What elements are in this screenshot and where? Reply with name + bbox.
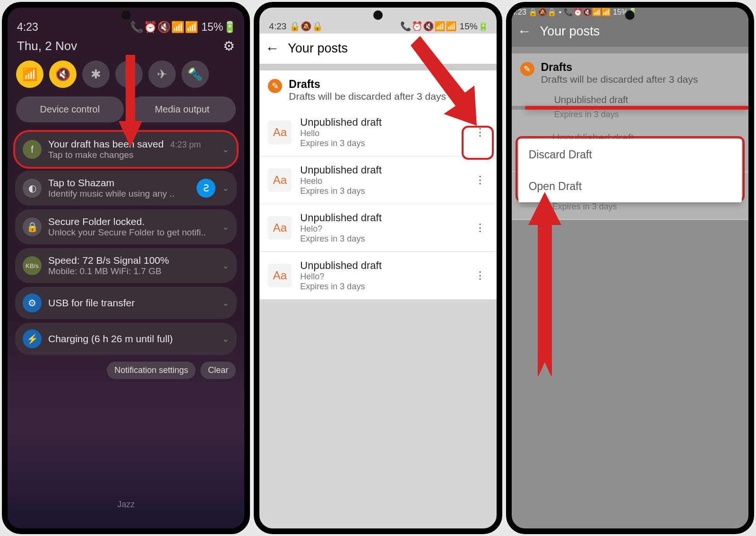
notification-speed[interactable]: KB/s Speed: 72 B/s Signal 100% Mobile: 0… bbox=[15, 248, 237, 283]
draft-subtitle: Heelo bbox=[300, 176, 460, 186]
clear-button[interactable]: Clear bbox=[200, 362, 236, 379]
draft-subtitle: Helo? bbox=[300, 224, 460, 234]
draft-expires: Expires in 3 days bbox=[300, 282, 460, 292]
text-icon: Aa bbox=[268, 168, 292, 192]
screen-2-your-posts: 4:23 🔒🔕🔒 📞⏰🔇📶📶 15%🔋 ← Your posts ✎ Draft… bbox=[254, 2, 502, 534]
draft-expires: Expires in 3 days bbox=[300, 138, 460, 148]
chevron-down-icon[interactable]: ⌄ bbox=[222, 260, 229, 271]
popup-highlight bbox=[525, 106, 748, 110]
notification-secure-folder[interactable]: 🔒 Secure Folder locked. Unlock your Secu… bbox=[15, 209, 237, 244]
notification-subtitle: Identify music while using any .. bbox=[48, 189, 190, 199]
screen-3-draft-menu: 4:23 🔒🔕🔒 • 📞⏰🔇📶📶 15%🔋 ← Your posts ✎ Dra… bbox=[506, 2, 754, 534]
drafts-list: Aa Unpublished draft Hello Expires in 3 … bbox=[259, 109, 496, 300]
back-arrow-icon[interactable]: ← bbox=[517, 23, 532, 39]
chevron-down-icon[interactable]: ⌄ bbox=[222, 144, 229, 155]
drafts-subtitle: Drafts will be discarded after 3 days bbox=[541, 74, 698, 85]
notification-subtitle: Unlock your Secure Folder to get notifi.… bbox=[48, 227, 215, 238]
pencil-icon: ✎ bbox=[268, 79, 282, 93]
date-text: Thu, 2 Nov bbox=[17, 39, 77, 53]
notification-title: Charging (6 h 26 m until full) bbox=[48, 333, 215, 345]
draft-row[interactable]: Aa Unpublished draft Heelo Expires in 3 … bbox=[259, 156, 496, 204]
draft-title: Unpublished draft bbox=[300, 259, 460, 272]
status-icons: 📞⏰🔇📶📶 15%🔋 bbox=[130, 21, 237, 34]
notification-usb[interactable]: ⚙ USB for file transfer ⌄ bbox=[15, 287, 237, 319]
chevron-down-icon[interactable]: ⌄ bbox=[222, 183, 229, 193]
app-bar: ← Your posts bbox=[512, 17, 748, 47]
bolt-icon: ⚡ bbox=[23, 329, 42, 348]
notification-subtitle: Tap to make changes bbox=[48, 150, 215, 160]
notification-title: Your draft has been saved bbox=[48, 138, 163, 149]
camera-cutout bbox=[625, 10, 635, 20]
more-menu-icon[interactable]: ⋮ bbox=[469, 267, 491, 285]
gear-icon[interactable]: ⚙ bbox=[223, 38, 235, 54]
bluetooth-toggle[interactable]: ✱ bbox=[82, 61, 110, 88]
status-time: 4:23 🔒🔕🔒 bbox=[269, 21, 323, 32]
draft-subtitle: Hello? bbox=[300, 272, 460, 282]
draft-row-partial: Unpublished draft bbox=[512, 92, 748, 106]
separator bbox=[512, 47, 748, 53]
flashlight-toggle[interactable]: 🔦 bbox=[181, 61, 209, 88]
draft-row[interactable]: Aa Unpublished draft Hello? Expires in 3… bbox=[259, 252, 496, 300]
carrier-label: Jazz bbox=[8, 500, 244, 510]
airplane-toggle[interactable]: ✈ bbox=[148, 61, 176, 88]
device-control-button[interactable]: Device control bbox=[16, 96, 124, 122]
camera-cutout bbox=[121, 10, 131, 20]
text-icon: Aa bbox=[268, 121, 292, 144]
lock-icon: 🔒 bbox=[23, 217, 42, 236]
draft-expires: Expires in 3 days bbox=[552, 202, 713, 212]
page-title: Your posts bbox=[288, 41, 348, 56]
status-time: 4:23 bbox=[17, 21, 38, 34]
date-row: Thu, 2 Nov ⚙ bbox=[8, 35, 244, 58]
notification-title: Speed: 72 B/s Signal 100% bbox=[48, 255, 215, 266]
notification-actions: Notification settings Clear bbox=[8, 355, 244, 386]
draft-expires: Expires in 3 days bbox=[300, 186, 460, 196]
drafts-header: ✎ Drafts Drafts will be discarded after … bbox=[512, 53, 748, 92]
camera-cutout bbox=[373, 10, 383, 20]
back-arrow-icon[interactable]: ← bbox=[265, 40, 279, 56]
notification-settings-button[interactable]: Notification settings bbox=[107, 362, 196, 379]
discard-draft-option[interactable]: Discard Draft bbox=[518, 139, 742, 171]
draft-title: Unpublished draft bbox=[300, 164, 460, 176]
red-arrow-diagonal bbox=[406, 31, 481, 130]
sound-toggle[interactable]: 🔇 bbox=[49, 61, 77, 88]
gear-icon: ⚙ bbox=[23, 294, 42, 312]
more-menu-icon[interactable]: ⋮ bbox=[469, 171, 491, 189]
text-icon: Aa bbox=[268, 216, 292, 240]
chevron-down-icon[interactable]: ⌄ bbox=[222, 298, 229, 308]
draft-row[interactable]: Aa Unpublished draft Helo? Expires in 3 … bbox=[259, 204, 496, 252]
speed-icon: KB/s bbox=[23, 256, 42, 275]
screen-1-notifications: 4:23 📞⏰🔇📶📶 15%🔋 Thu, 2 Nov ⚙ 📶 🔇 ✱ 🔋 ✈ 🔦… bbox=[2, 2, 250, 534]
chevron-down-icon[interactable]: ⌄ bbox=[222, 222, 229, 232]
chevron-down-icon[interactable]: ⌄ bbox=[222, 334, 229, 344]
shazam-icon[interactable]: Ƨ bbox=[197, 179, 215, 198]
notification-time: 4:23 pm bbox=[170, 140, 201, 149]
highlight-box-menu bbox=[462, 126, 494, 160]
notification-title: USB for file transfer bbox=[48, 297, 215, 309]
drafts-title: Drafts bbox=[541, 61, 698, 74]
notification-title: Secure Folder locked. bbox=[48, 216, 215, 227]
shazam-small-icon: ◐ bbox=[23, 179, 42, 198]
notification-subtitle: Mobile: 0.1 MB WiFi: 1.7 GB bbox=[48, 266, 215, 277]
notification-title: Tap to Shazam bbox=[48, 177, 190, 189]
draft-expires: Expires in 3 days bbox=[300, 234, 460, 244]
status-icons: 📞⏰🔇📶📶 15%🔋 bbox=[400, 21, 489, 32]
pencil-icon: ✎ bbox=[520, 62, 534, 76]
more-menu-icon[interactable]: ⋮ bbox=[469, 219, 491, 237]
notification-shazam[interactable]: ◐ Tap to Shazam Identify music while usi… bbox=[15, 171, 237, 206]
wifi-toggle[interactable]: 📶 bbox=[16, 61, 43, 88]
text-icon: Aa bbox=[268, 264, 292, 287]
draft-expires-partial: Expires in 3 days bbox=[512, 110, 748, 124]
notification-charging[interactable]: ⚡ Charging (6 h 26 m until full) ⌄ bbox=[15, 323, 237, 355]
draft-title: Unpublished draft bbox=[300, 212, 460, 224]
red-arrow-up bbox=[526, 192, 564, 381]
red-arrow-down bbox=[116, 55, 145, 149]
facebook-icon: f bbox=[23, 140, 42, 159]
status-time: 4:23 🔒🔕🔒 • bbox=[512, 8, 562, 16]
page-title: Your posts bbox=[540, 24, 600, 39]
